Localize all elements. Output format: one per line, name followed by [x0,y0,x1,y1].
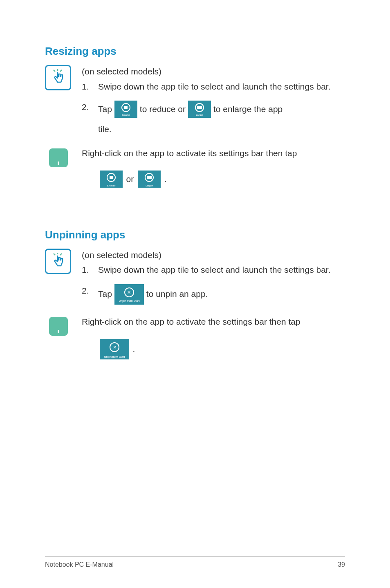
unpin-step1-text: Swipe down the app tile to select and la… [98,263,345,277]
resizing-touch-content: (on selected models) 1. Swipe down the a… [82,65,345,140]
smaller-tile-icon: Smaller [114,101,137,118]
unpinning-touchpad-content: Right-click on the app to activate the s… [82,315,345,329]
unpin-tile-icon-2: ✕ Unpin from Start [100,339,129,359]
touch-gesture-icon-2 [45,249,71,274]
unpinning-touch-content: (on selected models) 1. Swipe down the a… [82,249,345,309]
resizing-touchpad-content: Right-click on the app to activate its s… [82,147,345,160]
unpinning-touch-row: (on selected models) 1. Swipe down the a… [45,249,345,309]
step1-num: 1. [82,80,98,94]
unpin-touchpad-text-prefix: Right-click on the app to activate the s… [82,315,345,329]
resizing-touch-row: (on selected models) 1. Swipe down the a… [45,65,345,140]
unpin-step2-num: 2. [82,284,98,305]
resizing-step2: 2. Tap Smaller to reduce or Larger to en… [82,101,345,136]
unpinning-step1: 1. Swipe down the app tile to select and… [82,263,345,277]
unpinning-apps-heading: Unpinning apps [45,229,345,241]
resizing-step1: 1. Swipe down the app tile to select and… [82,80,345,94]
touchpad-icon-col [45,147,82,167]
resizing-touchpad-tiles: Smaller or Larger . [98,171,345,188]
resizing-touchpad-row: Right-click on the app to activate its s… [45,147,345,167]
step2-line2: tile. [98,123,345,136]
touchpad-icon-col-2 [45,315,82,336]
touchpad-text-prefix: Right-click on the app to activate its s… [82,147,345,160]
unpinning-touch-subtitle: (on selected models) [82,249,345,262]
step2-prefix: Tap [98,103,112,116]
touch-icon-col-2 [45,249,82,274]
touch-icon-col [45,65,82,90]
resizing-touch-subtitle: (on selected models) [82,65,345,79]
page-number: 39 [338,561,345,568]
touchpad-or: or [126,174,136,184]
step2-mid: to reduce or [140,103,186,116]
larger-tile-icon-2: Larger [138,171,161,188]
unpin-step2-prefix: Tap [98,287,112,301]
smaller-tile-icon-2: Smaller [100,171,123,188]
touchpad-period: . [164,174,166,184]
step2-num: 2. [82,101,98,136]
page-footer: Notebook PC E-Manual 39 [45,557,345,568]
unpin-touchpad-period: . [132,344,135,354]
unpin-step2-suffix: to unpin an app. [146,287,208,301]
footer-title: Notebook PC E-Manual [45,561,114,568]
unpinning-touchpad-row: Right-click on the app to activate the s… [45,315,345,336]
unpin-step2-content: Tap ✕ Unpin from Start to unpin an app. [98,284,345,305]
unpinning-touchpad-tiles: ✕ Unpin from Start . [98,339,345,359]
touch-gesture-icon [45,65,71,90]
touchpad-icon-2 [49,317,68,336]
touchpad-icon [49,148,68,167]
resizing-apps-heading: Resizing apps [45,45,345,58]
larger-tile-icon: Larger [188,101,211,118]
step2-suffix: to enlarge the app [213,103,282,116]
unpin-tile-icon: ✕ Unpin from Start [114,284,144,305]
unpinning-step2: 2. Tap ✕ Unpin from Start to unpin an ap… [82,284,345,305]
step2-content: Tap Smaller to reduce or Larger to enlar… [98,101,345,136]
unpin-step1-num: 1. [82,263,98,277]
step1-text: Swipe down the app tile to select and la… [98,80,345,94]
